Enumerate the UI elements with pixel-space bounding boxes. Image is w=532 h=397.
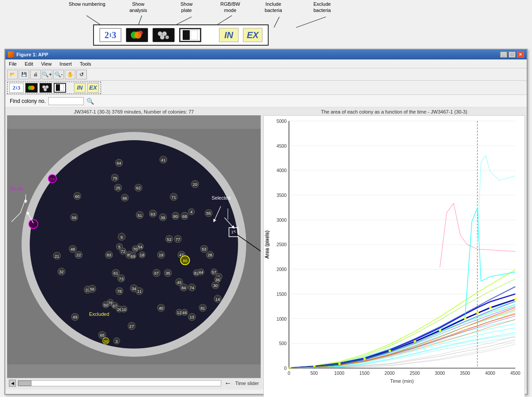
svg-text:1500: 1500 (359, 371, 369, 376)
svg-text:3500: 3500 (277, 193, 287, 198)
show-numbering-btn[interactable]: 2 1 3 (9, 83, 23, 93)
svg-point-1 (134, 31, 141, 39)
maximize-btn[interactable]: □ (509, 51, 516, 58)
svg-text:22: 22 (76, 253, 81, 257)
svg-text:24: 24 (50, 177, 55, 181)
svg-text:21: 21 (55, 254, 59, 259)
selected-label: Selected (211, 195, 231, 200)
zoom-out-btn[interactable]: 🔍- (53, 70, 64, 79)
svg-line-7 (86, 16, 105, 28)
window-title: Figure 1: APP (16, 52, 48, 57)
svg-rect-220 (477, 312, 479, 314)
svg-text:25: 25 (116, 186, 120, 190)
annotation-arrows (0, 0, 355, 49)
svg-text:53: 53 (202, 247, 206, 252)
svg-rect-222 (514, 298, 516, 300)
svg-point-14 (30, 86, 35, 90)
include-bacteria-btn-large[interactable]: IN (219, 28, 239, 42)
find-colony-input[interactable] (48, 97, 84, 105)
show-plate-btn[interactable] (39, 83, 52, 93)
annotation-show-plate: Showplate (180, 1, 193, 14)
svg-text:63: 63 (151, 212, 155, 216)
svg-point-17 (44, 88, 47, 91)
rgb-bw-btn[interactable] (54, 83, 66, 93)
svg-text:35: 35 (165, 271, 170, 275)
toolbar1: 📂 💾 🖨 🔍+ 🔍- ✋ ↺ (5, 68, 527, 81)
left-panel: JW3467-1 (30-3) 3769 minutes, Number of … (5, 107, 262, 389)
content-area: JW3467-1 (30-3) 3769 minutes, Number of … (5, 107, 527, 389)
menu-insert[interactable]: Insert (58, 61, 74, 67)
minimize-btn[interactable]: _ (500, 51, 507, 58)
menu-tools[interactable]: Tools (78, 61, 93, 67)
svg-point-2 (138, 31, 143, 35)
svg-text:12: 12 (177, 311, 181, 315)
svg-text:34: 34 (132, 287, 136, 291)
svg-text:73: 73 (119, 277, 123, 281)
svg-text:4: 4 (190, 210, 192, 214)
save-btn[interactable]: 💾 (19, 70, 29, 79)
annotation-rgb-bw: RGB/BWmode (220, 1, 240, 14)
exclude-bacteria-btn-large[interactable]: EX (243, 28, 262, 42)
menu-view[interactable]: View (39, 61, 54, 67)
graph-container[interactable]: 0 500 1000 1500 2000 2500 3000 3500 4000… (263, 115, 525, 397)
toolbar-callout-box: 2 1 3 IN (93, 24, 269, 46)
show-numbering-btn-large[interactable]: 2 1 3 (99, 28, 121, 42)
svg-text:41: 41 (161, 158, 165, 162)
show-plate-btn-large[interactable] (153, 28, 175, 42)
svg-text:1500: 1500 (277, 292, 287, 297)
pan-btn[interactable]: ✋ (65, 70, 75, 79)
svg-text:14: 14 (215, 297, 220, 302)
svg-text:3000: 3000 (277, 218, 287, 223)
rotate-btn[interactable]: ↺ (76, 70, 87, 79)
include-bacteria-btn[interactable]: IN (74, 83, 86, 93)
svg-line-12 (296, 17, 326, 28)
svg-text:81: 81 (200, 306, 205, 311)
rgb-bw-btn-large[interactable] (179, 28, 201, 42)
svg-rect-218 (439, 329, 441, 331)
svg-text:4500: 4500 (510, 371, 520, 376)
svg-text:20: 20 (193, 182, 197, 187)
menu-edit[interactable]: Edit (23, 61, 35, 67)
svg-text:69: 69 (131, 254, 135, 259)
open-btn[interactable]: 📂 (7, 70, 18, 79)
svg-text:4000: 4000 (485, 371, 495, 376)
print-btn[interactable]: 🖨 (30, 70, 41, 79)
exclude-bacteria-btn[interactable]: EX (87, 83, 99, 93)
svg-text:9: 9 (121, 235, 123, 240)
svg-text:0: 0 (284, 366, 287, 371)
title-bar: Figure 1: APP _ □ ✕ (5, 50, 527, 59)
show-analysis-btn-large[interactable] (126, 28, 148, 42)
menu-bar: File Edit View Insert Tools (5, 59, 527, 68)
scroll-track[interactable] (18, 380, 221, 386)
on-rim-label: On rim (10, 186, 23, 191)
scroll-right-arrow[interactable]: ← (225, 379, 232, 387)
svg-text:11: 11 (137, 289, 141, 294)
svg-point-16 (46, 85, 49, 88)
close-btn[interactable]: ✕ (517, 51, 524, 58)
scroll-left-btn[interactable]: ◀ (9, 380, 16, 387)
svg-point-23 (30, 140, 238, 349)
plate-svg[interactable]: 64 41 79 24 20 25 62 (7, 115, 261, 378)
svg-text:74: 74 (190, 286, 194, 290)
scroll-thumb[interactable] (18, 381, 31, 386)
svg-point-4 (162, 31, 167, 36)
svg-text:67: 67 (154, 271, 159, 275)
svg-text:Area (pixels): Area (pixels) (265, 230, 270, 259)
search-icon[interactable]: 🔍 (86, 98, 94, 105)
svg-text:62: 62 (136, 186, 141, 190)
svg-text:78: 78 (117, 289, 121, 294)
show-analysis-btn[interactable] (25, 83, 38, 93)
bottom-scroll: ◀ ← Time slider (7, 378, 261, 388)
find-colony-row: Find colony no. 🔍 (5, 95, 527, 107)
svg-text:19: 19 (159, 253, 163, 257)
svg-text:27: 27 (129, 324, 134, 329)
svg-text:13: 13 (190, 315, 194, 319)
svg-text:56: 56 (90, 287, 94, 291)
menu-file[interactable]: File (7, 61, 19, 67)
svg-point-15 (43, 85, 46, 88)
svg-point-0 (131, 31, 138, 39)
zoom-in-btn[interactable]: 🔍+ (42, 70, 52, 79)
svg-text:48: 48 (70, 247, 75, 252)
svg-text:58: 58 (72, 216, 76, 220)
svg-text:40: 40 (159, 306, 163, 311)
